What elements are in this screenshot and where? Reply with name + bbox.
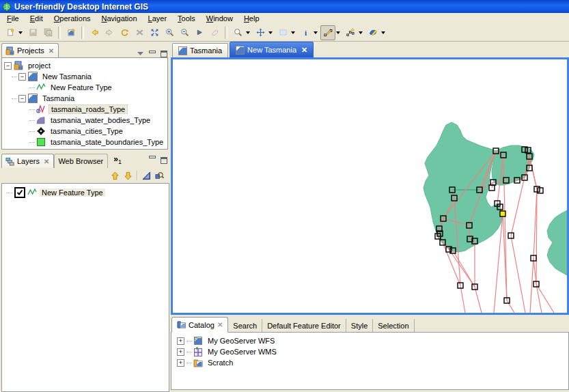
selection-tab[interactable]: Selection — [373, 319, 414, 332]
menu-layer[interactable]: Layer — [143, 14, 173, 24]
edit-geometry-dropdown-caret[interactable] — [336, 31, 340, 34]
catalog-row-wms[interactable]: My GeoServer WMS — [171, 346, 568, 357]
catalog-row-scratch[interactable]: Scratch — [171, 357, 568, 368]
tree-label: tasmania_roads_Type — [48, 104, 128, 114]
title-bar[interactable]: User-friendly Desktop Internet GIS — [0, 0, 569, 13]
menu-file[interactable]: File — [1, 14, 25, 24]
roads-type-icon — [36, 104, 46, 114]
zoom-in-button[interactable] — [162, 25, 177, 40]
toolbar-separator — [225, 27, 227, 39]
search-tab[interactable]: Search — [228, 319, 262, 332]
style-triangle-icon[interactable] — [142, 171, 151, 180]
layer-style-editor-icon[interactable] — [155, 171, 164, 180]
catalog-tab-close-icon[interactable]: ✕ — [217, 321, 223, 328]
tree-row-tasmania[interactable]: Tasmania — [2, 93, 167, 104]
save-all-button[interactable] — [40, 25, 55, 40]
zoom-tool-dropdown-caret[interactable] — [246, 31, 250, 34]
editor-tab-bar: Tasmania New Tasmania ✕ — [171, 42, 569, 57]
web-browser-tab[interactable]: Web Browser — [54, 154, 108, 168]
layers-list: New Feature Type — [1, 183, 169, 392]
map-file-icon — [28, 72, 38, 81]
menu-window[interactable]: Window — [201, 14, 238, 24]
edit-geometry-tool-button[interactable] — [320, 25, 335, 40]
layers-minimize-icon[interactable] — [148, 155, 156, 163]
tab-overflow-indicator[interactable]: »1 — [113, 154, 122, 165]
eraser-button[interactable] — [207, 25, 222, 40]
selection-tool-dropdown-caret[interactable] — [291, 31, 295, 34]
tree-label: project — [26, 61, 53, 70]
layer-visibility-checkbox[interactable] — [14, 187, 25, 198]
new-map-button[interactable] — [64, 25, 79, 40]
save-button[interactable] — [25, 25, 40, 40]
scratch-folder-icon — [193, 358, 203, 367]
style-tab[interactable]: Style — [346, 319, 373, 332]
tree-row-project[interactable]: project — [2, 60, 167, 71]
remove-selection-button[interactable] — [132, 25, 147, 40]
zoom-to-extent-button[interactable] — [147, 25, 162, 40]
tree-row-new-tasmania[interactable]: New Tasmania — [2, 71, 167, 82]
tree-label: Tasmania — [40, 94, 77, 102]
layers-tab-label: Layers — [17, 157, 40, 165]
editor-tab-tasmania[interactable]: Tasmania — [172, 43, 228, 57]
back-button[interactable] — [87, 25, 102, 40]
expand-icon[interactable] — [177, 359, 184, 367]
new-wizard-dropdown-caret[interactable] — [18, 31, 23, 34]
add-vertex-tool-button[interactable] — [343, 25, 358, 40]
fill-polygon-tool-button[interactable] — [365, 25, 380, 40]
toolbar-separator — [58, 27, 61, 39]
menu-help[interactable]: Help — [238, 14, 265, 24]
projects-minimize-icon[interactable] — [148, 50, 156, 57]
forward-button[interactable] — [102, 25, 117, 40]
menu-operations[interactable]: Operations — [48, 14, 96, 24]
projects-tab-label: Projects — [17, 46, 44, 55]
expand-icon[interactable] — [177, 348, 184, 356]
info-tool-dropdown-caret[interactable] — [314, 31, 318, 34]
editor-tab-close-icon[interactable]: ✕ — [301, 46, 307, 55]
run-button[interactable] — [192, 25, 207, 40]
add-vertex-dropdown-caret[interactable] — [359, 31, 363, 34]
projects-tab-close-icon[interactable]: ✕ — [48, 47, 54, 55]
zoom-extent-icon — [150, 28, 159, 37]
fill-polygon-icon — [369, 28, 378, 37]
tree-row-roads-type[interactable]: tasmania_roads_Type — [2, 104, 167, 115]
projects-maximize-icon[interactable] — [159, 50, 168, 57]
editor-tab-new-tasmania[interactable]: New Tasmania ✕ — [230, 42, 314, 57]
state-boundaries-type-icon — [36, 137, 46, 147]
map-canvas-svg[interactable] — [173, 59, 567, 313]
svg-text:i: i — [304, 29, 306, 37]
pan-tool-button[interactable] — [253, 25, 268, 40]
layer-row-new-feature-type[interactable]: New Feature Type — [2, 187, 169, 198]
catalog-row-wfs[interactable]: My GeoServer WFS — [171, 335, 568, 346]
expand-icon[interactable] — [177, 337, 184, 345]
tree-row-new-feature-type[interactable]: New Feature Type — [2, 82, 167, 93]
editor-tab-label: New Tasmania — [247, 46, 296, 54]
pan-tool-icon — [256, 28, 265, 37]
collapse-icon[interactable] — [18, 73, 26, 81]
catalog-tab[interactable]: Catalog ✕ — [171, 317, 228, 333]
layers-tab[interactable]: Layers ✕ — [1, 154, 54, 168]
menu-edit[interactable]: Edit — [25, 14, 48, 24]
move-layer-up-icon[interactable] — [111, 171, 120, 180]
collapse-icon[interactable] — [4, 62, 12, 70]
projects-view-menu-icon[interactable] — [136, 50, 145, 57]
zoom-out-button[interactable] — [177, 25, 192, 40]
layers-tab-close-icon[interactable]: ✕ — [44, 158, 49, 165]
move-layer-down-icon[interactable] — [124, 171, 133, 180]
zoom-tool-button[interactable] — [230, 25, 245, 40]
map-editor-canvas[interactable] — [171, 57, 569, 315]
pan-tool-dropdown-caret[interactable] — [268, 31, 273, 34]
selection-tool-button[interactable] — [275, 25, 290, 40]
menu-tools[interactable]: Tools — [172, 14, 201, 24]
tree-row-water-bodies-type[interactable]: tasmania_water_bodies_Type — [2, 115, 167, 126]
tree-row-state-boundaries-type[interactable]: tasmania_state_boundaries_Type — [2, 137, 167, 148]
menu-navigation[interactable]: Navigation — [96, 14, 143, 24]
fill-polygon-dropdown-caret[interactable] — [381, 31, 385, 34]
layers-maximize-icon[interactable] — [159, 156, 168, 164]
collapse-icon[interactable] — [18, 95, 26, 102]
info-tool-button[interactable]: i — [298, 25, 313, 40]
projects-tab[interactable]: Projects ✕ — [1, 43, 59, 57]
new-wizard-button[interactable] — [3, 25, 18, 40]
refresh-button[interactable] — [117, 25, 132, 40]
tree-row-cities-type[interactable]: tasmania_cities_Type — [2, 126, 167, 137]
default-feature-editor-tab[interactable]: Default Feature Editor — [262, 319, 346, 332]
